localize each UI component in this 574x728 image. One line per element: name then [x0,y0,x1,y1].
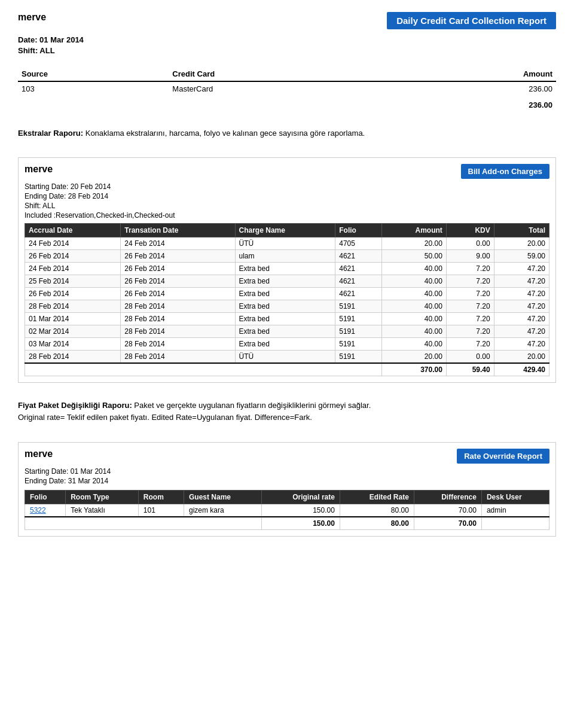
table-row: 02 Mar 2014 28 Feb 2014 Extra bed 5191 4… [25,325,549,337]
section1-total: 236.00 [18,100,556,109]
table-row: 03 Mar 2014 28 Feb 2014 Extra bed 5191 4… [25,337,549,350]
bill-total-total: 429.40 [494,363,549,376]
rate-col-user: Desk User [481,491,549,504]
credit-card-table: Source Credit Card Amount 103 MasterCard… [18,67,556,96]
brand-1: merve [18,12,46,23]
section3-header: merve Rate Override Report [25,449,549,464]
rate-total-edited: 80.00 [340,517,414,530]
section2-included: Included :Reservation,Checked-in,Checked… [25,211,549,220]
bill-col-total: Total [494,223,549,237]
report-title-1: Daily Credit Card Collection Report [387,12,556,29]
bill-col-amount: Amount [381,223,446,237]
rate-col-original: Original rate [261,491,340,504]
table-row: 26 Feb 2014 26 Feb 2014 Extra bed 4621 4… [25,287,549,300]
section3-meta: Starting Date: 01 Mar 2014 Ending Date: … [25,467,549,485]
rate-col-diff: Difference [414,491,481,504]
shift-label: Shift: ALL [18,46,556,55]
table-row: 28 Feb 2014 28 Feb 2014 Extra bed 5191 4… [25,300,549,312]
section1-meta: Date: 01 Mar 2014 Shift: ALL [18,35,556,55]
bill-table: Accrual Date Transation Date Charge Name… [25,223,549,376]
rate-col-guest: Guest Name [184,491,261,504]
table-row: 24 Feb 2014 26 Feb 2014 Extra bed 4621 4… [25,262,549,275]
bill-total-kdv: 59.40 [446,363,494,376]
table-row: 01 Mar 2014 28 Feb 2014 Extra bed 5191 4… [25,312,549,325]
report-title-3: Rate Override Report [457,449,549,464]
rate-col-room-type: Room Type [66,491,139,504]
bill-col-accrual: Accrual Date [25,223,121,237]
description-1: Ekstralar Raporu: Konaklama ekstralarını… [18,127,556,139]
bill-total-amount: 370.00 [381,363,446,376]
section1-header: merve Daily Credit Card Collection Repor… [18,12,556,29]
date-label: Date: 01 Mar 2014 [18,35,556,44]
rate-table: Folio Room Type Room Guest Name Original… [25,490,549,530]
table-row: 26 Feb 2014 26 Feb 2014 ulam 4621 50.00 … [25,249,549,262]
section2-shift: Shift: ALL [25,202,549,210]
table-row: 28 Feb 2014 28 Feb 2014 ÜTÜ 5191 20.00 0… [25,350,549,363]
table-row: 24 Feb 2014 24 Feb 2014 ÜTÜ 4705 20.00 0… [25,237,549,249]
rate-total-original: 150.00 [261,517,340,530]
section2-start: Starting Date: 20 Feb 2014 [25,182,549,191]
description-2: Fiyat Paket Değişikliği Raporu: Paket ve… [18,400,556,425]
brand-2: merve [25,164,53,175]
col-source: Source [18,67,169,81]
section2-header: merve Bill Add-on Charges [25,164,549,179]
bill-col-kdv: KDV [446,223,494,237]
brand-3: merve [25,449,53,459]
table-row: 25 Feb 2014 26 Feb 2014 Extra bed 4621 4… [25,275,549,287]
rate-col-room: Room [138,491,184,504]
section3-start: Starting Date: 01 Mar 2014 [25,467,549,476]
report-title-2: Bill Add-on Charges [461,164,549,179]
section2-wrapper: merve Bill Add-on Charges Starting Date:… [18,157,556,383]
col-amount: Amount [392,67,556,81]
folio-link[interactable]: 5322 [25,504,66,517]
bill-col-folio: Folio [335,223,381,237]
section2-end: Ending Date: 28 Feb 2014 [25,192,549,200]
col-credit-card: Credit Card [169,67,392,81]
bill-col-transation: Transation Date [121,223,235,237]
section3-end: Ending Date: 31 Mar 2014 [25,477,549,485]
rate-col-edited: Edited Rate [340,491,414,504]
section3-wrapper: merve Rate Override Report Starting Date… [18,442,556,537]
section2-meta: Starting Date: 20 Feb 2014 Ending Date: … [25,182,549,220]
rate-col-folio: Folio [25,491,66,504]
table-row: 103 MasterCard 236.00 [18,81,556,96]
bill-col-charge: Charge Name [235,223,335,237]
table-row: 5322 Tek Yataklı 101 gizem kara 150.00 8… [25,504,549,517]
rate-total-diff: 70.00 [414,517,481,530]
